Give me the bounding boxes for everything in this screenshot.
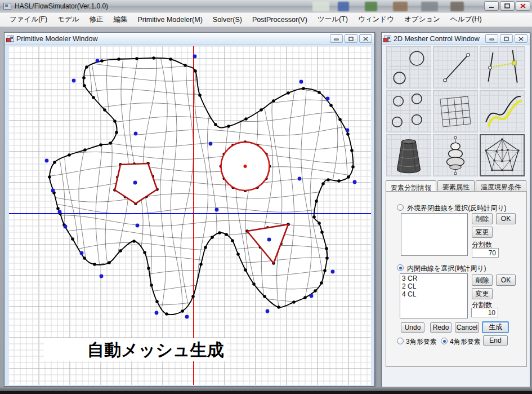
menu-item-3[interactable]: 編集: [109, 12, 133, 26]
title-bar: HASL/FlowSimulator(Ver.1.0.0): [0, 0, 532, 12]
menu-item-10[interactable]: ヘルプ(H): [445, 12, 487, 26]
menu-item-7[interactable]: ツール(T): [312, 12, 353, 26]
app-icon: [3, 3, 11, 10]
form-icon: [384, 36, 391, 42]
menu-bar: ファイル(F)モデル修正編集Primitive Modeler(M)Solver…: [0, 12, 532, 27]
mesh-pentagon-tool-tile[interactable]: [480, 134, 525, 176]
menu-item-2[interactable]: 修正: [84, 12, 109, 26]
outer-change-button[interactable]: 変更: [472, 227, 493, 238]
mesher-close-button[interactable]: [515, 34, 527, 43]
modeler-window-title: Primitive Modeler Window: [16, 35, 97, 43]
primitive-modeler-window: Primitive Modeler Window 自動メッシュ生成: [4, 32, 375, 387]
list-item[interactable]: 2 CL: [402, 282, 466, 290]
modeler-close-button[interactable]: [359, 34, 372, 43]
cylinder-3d-tool-tile[interactable]: [386, 134, 431, 176]
offset-curve-icon: [480, 91, 524, 132]
quad-element-radio[interactable]: [441, 338, 448, 344]
inner-change-button[interactable]: 変更: [472, 288, 493, 299]
menu-item-9[interactable]: オプション: [399, 12, 445, 26]
triangle-element-label: 3角形要素: [406, 337, 437, 347]
mesher-minimize-button[interactable]: [485, 34, 498, 43]
mesh-drawing: 自動メッシュ生成: [6, 46, 373, 385]
inner-boundary-radio-label: 内閉曲線を選択(時計周り): [407, 264, 486, 273]
close-button[interactable]: [516, 1, 530, 11]
outer-ok-button[interactable]: OK: [496, 213, 516, 224]
desktop-glass-reflection: [265, 1, 473, 12]
app-title: HASL/FlowSimulator(Ver.1.0.0): [15, 2, 108, 10]
mesher-maximize-button[interactable]: [500, 34, 513, 43]
four-circles-icon: [387, 91, 431, 132]
minimize-button[interactable]: [484, 1, 499, 11]
end-button[interactable]: End: [483, 335, 508, 346]
connect-lines-icon: [480, 47, 524, 88]
circle-center-point: [244, 165, 247, 168]
menu-item-1[interactable]: モデル: [52, 12, 84, 26]
element-division-tab-page: 外境界閉曲線を選択(反時計周り) 削除 OK 変更 分割数 70 内閉曲線を選択…: [386, 191, 527, 367]
mesher-control-window: 2D Mesher Control Window 要素分割情報要素属性温度境界条…: [381, 32, 530, 388]
two-circles-icon: [387, 47, 431, 88]
inner-delete-button[interactable]: 削除: [472, 275, 493, 286]
triangle-element-radio[interactable]: [397, 338, 404, 344]
offset-curve-tool-tile[interactable]: [480, 90, 525, 132]
list-item[interactable]: 3 CR: [402, 275, 466, 282]
quad-element-label: 4角形要素: [450, 337, 481, 347]
generate-button[interactable]: 生成: [482, 321, 509, 333]
four-circles-tool-tile[interactable]: [386, 90, 431, 132]
mesher-title-bar[interactable]: 2D Mesher Control Window: [382, 33, 530, 45]
quad-grid-icon: [433, 91, 477, 132]
menu-item-5[interactable]: Solver(S): [208, 14, 247, 26]
window-bottom-border: [0, 387, 532, 391]
undo-button[interactable]: Undo: [401, 322, 424, 333]
outer-division-field[interactable]: 70: [472, 248, 499, 258]
maximize-button[interactable]: [500, 1, 515, 11]
modeler-canvas[interactable]: 自動メッシュ生成: [6, 46, 373, 385]
outer-boundary-radio-label: 外境界閉曲線を選択(反時計周り): [407, 203, 507, 213]
menu-item-0[interactable]: ファイル(F): [5, 12, 52, 26]
two-circles-tool-tile[interactable]: [386, 46, 431, 88]
cancel-button[interactable]: Cancel: [455, 322, 479, 333]
cylinder-3d-icon: [387, 135, 431, 176]
modeler-maximize-button[interactable]: [345, 34, 357, 43]
revolve-solid-icon: [433, 135, 477, 176]
inner-boundary-radio[interactable]: [397, 264, 404, 271]
line-segment-icon: [433, 47, 477, 88]
revolve-solid-tool-tile[interactable]: [433, 134, 478, 176]
connect-lines-tool-tile[interactable]: [480, 46, 525, 88]
menu-item-8[interactable]: ウィンドウ: [353, 12, 399, 26]
canvas-caption: 自動メッシュ生成: [87, 340, 224, 359]
menu-item-4[interactable]: Primitive Modeler(M): [133, 14, 208, 26]
outer-boundary-radio[interactable]: [397, 204, 404, 211]
outer-delete-button[interactable]: 削除: [472, 213, 493, 224]
window-bottom-edge: [0, 391, 532, 394]
list-item[interactable]: 4 CL: [402, 290, 466, 298]
inner-curve-listbox[interactable]: 3 CR2 CL4 CL: [400, 273, 468, 318]
quad-grid-tool-tile[interactable]: [433, 90, 478, 132]
menu-item-6[interactable]: PostProcessor(V): [247, 14, 312, 26]
inner-ok-button[interactable]: OK: [496, 275, 516, 286]
mesh-pentagon-icon: [481, 135, 524, 176]
application-window: HASL/FlowSimulator(Ver.1.0.0) ファイル(F)モデル…: [0, 0, 532, 394]
mesher-window-title: 2D Mesher Control Window: [394, 35, 480, 43]
inner-division-field[interactable]: 10: [471, 308, 498, 317]
redo-button[interactable]: Redo: [430, 322, 451, 333]
modeler-minimize-button[interactable]: [330, 34, 343, 43]
form-icon: [7, 36, 14, 42]
tool-tile-grid: [386, 46, 526, 177]
outer-curve-listbox[interactable]: [401, 213, 468, 256]
line-segment-tool-tile[interactable]: [433, 46, 478, 88]
modeler-title-bar[interactable]: Primitive Modeler Window: [5, 33, 374, 45]
